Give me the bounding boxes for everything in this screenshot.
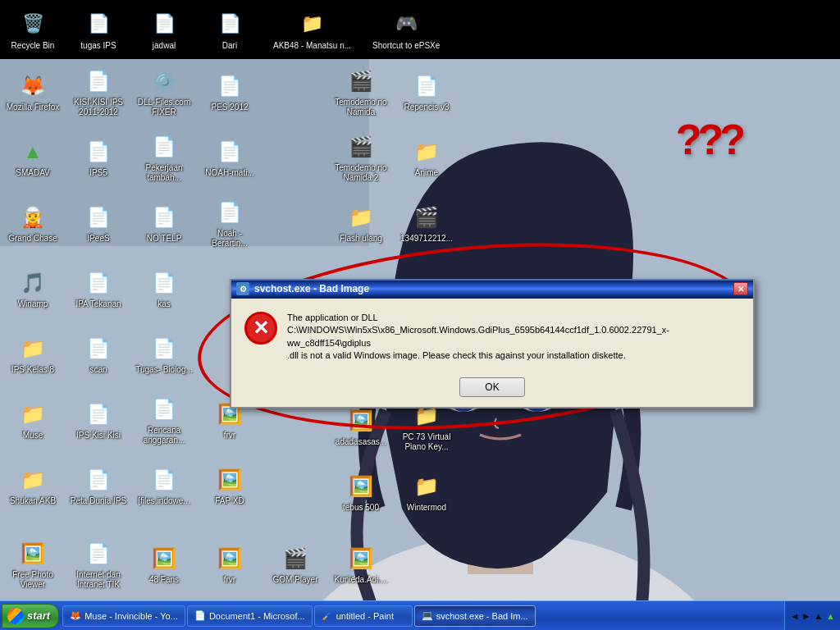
flash-ulang-icon: 📁 xyxy=(346,203,376,232)
icon-kas[interactable]: 📄 kas xyxy=(131,256,197,322)
icon-ips-kelas8[interactable]: 📁 IPS Kelas 8 xyxy=(0,322,66,387)
svchost-taskbar-label: svchost.exe - Bad Im... xyxy=(436,611,528,621)
icon-smadav[interactable]: ▲ SMADAV xyxy=(0,125,66,190)
icon-internet-tik[interactable]: 📄 Internet dan Intranet TIK xyxy=(66,532,131,597)
icon-flash-ulang[interactable]: 📁 Flash ulang xyxy=(328,190,394,256)
icon-wintermod[interactable]: 📁 Wintermod xyxy=(394,459,459,525)
icon-rencana-anggaran[interactable]: 📄 Rencana anggaran... xyxy=(131,387,197,453)
icon-winamp[interactable]: 🎵 Winamp xyxy=(0,256,66,322)
id-134-icon: 🎬 xyxy=(412,203,441,232)
taskbar-item-svchost[interactable]: 💻 svchost.exe - Bad Im... xyxy=(414,605,536,627)
dialog-ok-button[interactable]: OK xyxy=(459,377,525,397)
akb48-icon: 📁 xyxy=(298,9,327,39)
icon-mozilla[interactable]: 🦊 Mozilla Firefox xyxy=(0,59,66,125)
icon-id-134[interactable]: 🎬 1349712212... xyxy=(394,190,459,256)
pekerjaan-icon: 📄 xyxy=(149,132,179,162)
repencis-label: Repencis v3 xyxy=(404,103,449,112)
winamp-icon: 🎵 xyxy=(18,268,48,298)
anime-icon: 📁 xyxy=(412,137,441,167)
anime-label: Anime xyxy=(415,168,438,178)
gom-player-label: GOM Player xyxy=(272,575,317,585)
start-label: start xyxy=(27,609,50,622)
scan-icon: 📄 xyxy=(84,334,113,363)
ipees-label: IPeeS xyxy=(87,234,109,244)
icon-fap-xd[interactable]: 🖼️ FAP XD xyxy=(197,453,262,518)
noah-mati-icon: 📄 xyxy=(215,137,244,167)
icon-gom-player[interactable]: 🎬 GOM Player xyxy=(262,532,328,597)
dialog-titlebar: ⚙ svchost.exe - Bad Image ✕ xyxy=(231,279,753,299)
desktop-icon-jadwal[interactable]: 📄 jadwal xyxy=(135,6,193,53)
icon-ipees[interactable]: 📄 IPeeS xyxy=(66,190,131,256)
icon-ips5[interactable]: 📄 IPS5 xyxy=(66,125,131,190)
icon-ips-kisi[interactable]: 📄 IPS Kisi Kisi xyxy=(66,387,131,453)
icon-frvr2[interactable]: 🖼️ frvr xyxy=(197,532,262,597)
files-indonesia-icon: 📄 xyxy=(149,465,179,495)
clock: ▲ xyxy=(814,611,823,621)
taskbar-item-paint[interactable]: 🖌️ untitled - Paint xyxy=(314,605,413,627)
pekerjaan-label: Pekerjaan tambah... xyxy=(135,163,194,183)
dialog-footer: OK xyxy=(231,372,753,407)
frvr2-label: frvr xyxy=(224,575,235,585)
id-134-label: 1349712212... xyxy=(400,234,453,244)
wintermod-label: Wintermod xyxy=(407,503,446,513)
muse-taskbar-label: Muse - Invincible - Yo... xyxy=(84,611,178,621)
files-indonesia-label: [files.indowe... xyxy=(138,496,189,506)
desktop-icon-dari[interactable]: 📄 Dari xyxy=(201,6,258,53)
taskbar-item-muse[interactable]: 🦊 Muse - Invincible - Yo... xyxy=(62,605,185,627)
smadav-label: SMADAV xyxy=(16,168,50,178)
icon-kunieda[interactable]: 🖼️ Kunieda.Aoi.... xyxy=(328,532,394,597)
svchost-error-dialog: ⚙ svchost.exe - Bad Image ✕ ✕ The applic… xyxy=(230,279,755,409)
icon-ipa-tekanan[interactable]: 📄 IPA Tekanan xyxy=(66,256,131,322)
icon-scan[interactable]: 📄 scan xyxy=(66,322,131,387)
wintermod-icon: 📁 xyxy=(412,472,441,501)
mozilla-icon: 🦊 xyxy=(18,71,48,101)
desktop-icons-bottom: 🖼️ Free Photo Viewer 📄 Internet dan Intr… xyxy=(0,532,492,597)
paint-taskbar-label: untitled - Paint xyxy=(336,611,394,621)
desktop-icon-tugas-ips[interactable]: 📄 tugas IPS xyxy=(70,6,127,53)
48-fans-icon: 🖼️ xyxy=(149,544,179,573)
taskbar-item-document1[interactable]: 📄 Document1 - Microsof... xyxy=(187,605,313,627)
free-photo-viewer-label: Free Photo Viewer xyxy=(3,570,62,590)
system-tray-icon: ▲ xyxy=(826,611,835,621)
shukan-akb-icon: 📁 xyxy=(18,465,48,495)
icon-pekerjaan[interactable]: 📄 Pekerjaan tambah... xyxy=(131,125,197,190)
icon-tebus-500[interactable]: 🖼️ tebus 500 xyxy=(328,459,394,525)
start-button[interactable]: start xyxy=(2,604,59,628)
fap-xd-label: FAP XD xyxy=(215,496,244,506)
dialog-message: The application or DLL C:\WINDOWS\Win5xS… xyxy=(287,312,740,363)
icon-dll-files[interactable]: ⚙️ DLL-Files.com FIXER xyxy=(131,59,197,125)
rencana-anggaran-label: Rencana anggaran... xyxy=(135,426,194,445)
noah-mati-label: NOAH-mati... xyxy=(205,168,253,178)
desktop-icon-akb48[interactable]: 📁 AKB48 - Manatsu n... xyxy=(267,6,358,53)
ips-kelas8-label: IPS Kelas 8 xyxy=(11,365,54,375)
icon-no-telp[interactable]: 📄 NO TELP xyxy=(131,190,197,256)
temodemo2-icon: 🎬 xyxy=(346,132,376,162)
icon-files-indonesia[interactable]: 📄 [files.indowe... xyxy=(131,453,197,518)
dialog-title-icon: ⚙ xyxy=(236,282,249,295)
icon-noah-berartin[interactable]: 📄 Noah - Berartin... xyxy=(197,190,262,256)
muse-taskbar-icon: 🦊 xyxy=(70,610,81,621)
desktop-icon-epsxe[interactable]: 🎮 Shortcut to ePSXe xyxy=(366,6,446,53)
frvr-label: frvr xyxy=(224,431,235,441)
dialog-close-button[interactable]: ✕ xyxy=(733,282,748,295)
icon-grand-chase[interactable]: 🧝 Grand Chase xyxy=(0,190,66,256)
ipa-tekanan-label: IPA Tekanan xyxy=(75,299,121,309)
gom-player-icon: 🎬 xyxy=(281,544,310,573)
dialog-message-line1: The application or DLL xyxy=(287,313,378,322)
icon-tugas-biolog[interactable]: 📄 Tugas- Biolog... xyxy=(131,322,197,387)
icon-shukan-akb[interactable]: 📁 Shukan AKB xyxy=(0,453,66,518)
icon-repencis[interactable]: 📄 Repencis v3 xyxy=(394,59,459,125)
icon-temodemo2[interactable]: 🎬 Temodemo no Namida 2 xyxy=(328,125,394,190)
icon-muse[interactable]: 📁 Muse xyxy=(0,387,66,453)
icon-kisi-kisi[interactable]: 📄 KISI-KISI IPS 2011-2012 xyxy=(66,59,131,125)
icon-free-photo-viewer[interactable]: 🖼️ Free Photo Viewer xyxy=(0,532,66,597)
dialog-message-line2: .dll is not a valid Windows image. Pleas… xyxy=(287,350,626,360)
icon-48-fans[interactable]: 🖼️ 48 Fans xyxy=(131,532,197,597)
icon-temodemo1[interactable]: 🎬 Temodemo no Namida xyxy=(328,59,394,125)
ips-kisi-icon: 📄 xyxy=(84,399,113,429)
desktop-icon-recycle-bin[interactable]: 🗑️ Recycle Bin xyxy=(4,6,62,53)
icon-pes2012[interactable]: 📄 PES 2012 xyxy=(197,59,262,125)
icon-peta-dunia[interactable]: 📄 Peta Dunia IPS xyxy=(66,453,131,518)
icon-anime[interactable]: 📁 Anime xyxy=(394,125,459,190)
icon-noah-mati[interactable]: 📄 NOAH-mati... xyxy=(197,125,262,190)
